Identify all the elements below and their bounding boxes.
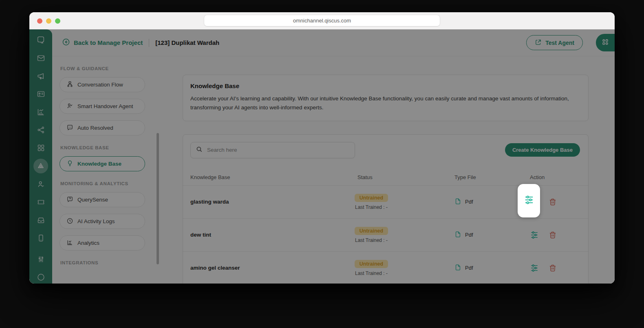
traffic-lights	[37, 18, 60, 24]
address-bar[interactable]: omnichannel.qiscus.com	[204, 15, 440, 26]
sliders-horizontal-icon	[524, 195, 534, 207]
tutorial-dim-overlay	[29, 29, 615, 284]
browser-window: omnichannel.qiscus.com	[29, 12, 615, 284]
url-text: omnichannel.qiscus.com	[293, 18, 351, 24]
minimize-window-button[interactable]	[46, 18, 51, 24]
zoom-window-button[interactable]	[55, 18, 60, 24]
screenshot-stage: omnichannel.qiscus.com	[0, 0, 644, 328]
browser-chrome: omnichannel.qiscus.com	[29, 12, 615, 29]
spotlight-settings-sliders-button[interactable]	[518, 184, 540, 217]
close-window-button[interactable]	[37, 18, 42, 24]
